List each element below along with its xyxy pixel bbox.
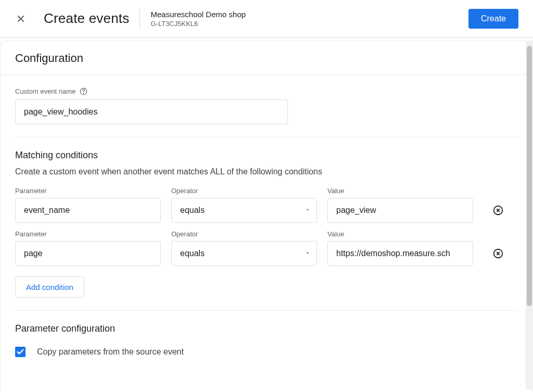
- custom-event-label: Custom event name: [15, 87, 75, 95]
- shop-name: Measureschool Demo shop: [150, 10, 246, 19]
- matching-desc: Create a custom event when another event…: [15, 167, 518, 176]
- operator-label: Operator: [171, 230, 317, 238]
- main-panel: Configuration Custom event name Matching…: [0, 41, 533, 392]
- copy-params-checkbox[interactable]: [15, 347, 26, 357]
- remove-condition-button[interactable]: [489, 198, 507, 223]
- operator-select[interactable]: equals: [171, 198, 317, 223]
- conditions-list: Parameter Operator equals Value: [15, 187, 518, 266]
- page-title: Create events: [44, 10, 129, 27]
- close-icon: [16, 14, 26, 24]
- value-input[interactable]: [327, 241, 473, 266]
- custom-event-section: Custom event name: [1, 75, 532, 124]
- create-button[interactable]: Create: [468, 9, 518, 29]
- operator-label: Operator: [171, 187, 317, 195]
- param-label: Parameter: [15, 187, 161, 195]
- svg-point-3: [83, 93, 84, 93]
- parameter-config-section: Parameter configuration Copy parameters …: [1, 311, 532, 378]
- header-divider: [139, 8, 140, 29]
- scrollbar-thumb[interactable]: [527, 46, 532, 306]
- condition-row: Parameter Operator equals Value: [15, 230, 518, 266]
- custom-event-name-input[interactable]: [15, 99, 288, 124]
- help-icon[interactable]: [80, 87, 87, 95]
- context-block: Measureschool Demo shop G-LT3CJ5KKL6: [150, 10, 246, 28]
- remove-condition-button[interactable]: [489, 241, 507, 266]
- matching-title: Matching conditions: [15, 150, 518, 161]
- param-label: Parameter: [15, 230, 161, 238]
- config-title: Configuration: [1, 41, 532, 75]
- value-label: Value: [327, 230, 473, 238]
- shop-id: G-LT3CJ5KKL6: [150, 20, 246, 28]
- param-config-title: Parameter configuration: [15, 323, 518, 334]
- parameter-input[interactable]: [15, 241, 161, 266]
- matching-conditions-section: Matching conditions Create a custom even…: [1, 137, 532, 298]
- remove-icon: [492, 248, 504, 259]
- add-condition-button[interactable]: Add condition: [15, 276, 84, 298]
- close-button[interactable]: [15, 12, 27, 25]
- condition-row: Parameter Operator equals Value: [15, 187, 518, 223]
- remove-icon: [492, 205, 504, 216]
- check-icon: [16, 348, 24, 356]
- scrollbar-track[interactable]: [526, 41, 533, 389]
- copy-params-label: Copy parameters from the source event: [37, 347, 184, 357]
- value-input[interactable]: [327, 198, 473, 223]
- parameter-input[interactable]: [15, 198, 161, 223]
- operator-select[interactable]: equals: [171, 241, 317, 266]
- top-bar: Create events Measureschool Demo shop G-…: [0, 0, 533, 37]
- value-label: Value: [327, 187, 473, 195]
